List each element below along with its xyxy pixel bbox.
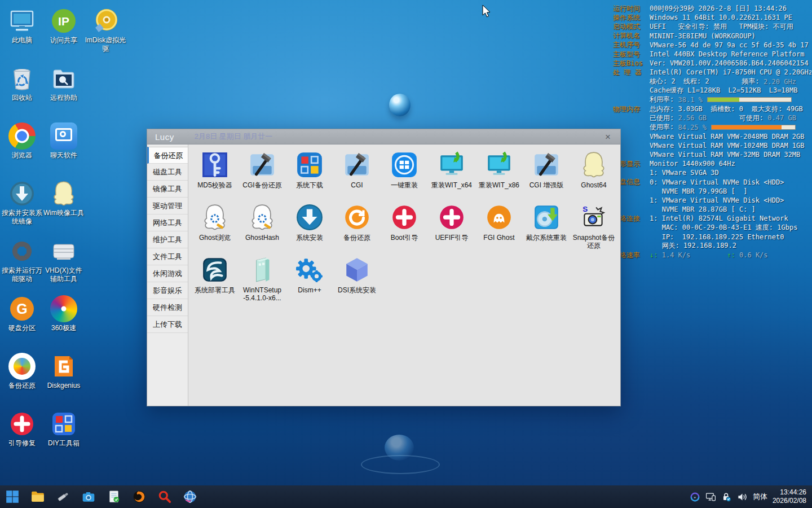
tab-镜像工具[interactable]: 镜像工具 — [147, 181, 188, 198]
desktop-icon-pinwheel-360[interactable]: 360极速 — [43, 291, 85, 349]
notepad-button[interactable] — [107, 489, 121, 504]
app-item-dism-gears[interactable]: Dism++ — [286, 254, 333, 306]
tab-影音娱乐[interactable]: 影音娱乐 — [147, 282, 188, 299]
tab-维护工具[interactable]: 维护工具 — [147, 231, 188, 248]
info-line: 主板型号Intel 440BX Desktop Reference Platfo… — [613, 50, 811, 59]
app-item-onekey-reinstall[interactable]: 一键重装 — [381, 149, 428, 202]
app-item-dell-cd[interactable]: 戴尔系统重装 — [523, 202, 570, 254]
info-line: 已使用: 2.56 GB 可使用: 0.47 GB — [613, 113, 811, 122]
desktop-icon-label: 回收站 — [12, 94, 32, 102]
cgi-hammer-icon — [532, 151, 561, 179]
info-value: NVME MBR 28.87GB [ C: ] — [650, 205, 756, 213]
desktop-icon-ip-share[interactable]: IP访问共享 — [43, 3, 85, 61]
app-item-sys-download[interactable]: 系统下载 — [286, 149, 333, 202]
clock[interactable]: 13:44:26 2026/02/08 — [773, 488, 806, 505]
info-value: Monitor 812x508 64Hz — [650, 160, 735, 168]
info-line: 网络速率↓: 1.4 K/s ↑: 0.6 K/s — [613, 251, 811, 260]
language-indicator[interactable]: 简体 — [753, 492, 767, 502]
pe-tool-button[interactable] — [56, 489, 70, 504]
info-value: Cache缓存 L1=128KB L2=512KB L3=18MB — [650, 86, 797, 95]
tab-文件工具[interactable]: 文件工具 — [147, 248, 188, 265]
desktop-icon-vhd-disk[interactable]: VHD(X)文件辅助工具 — [43, 234, 85, 291]
desktop-icon-remote-assist[interactable]: 远程协助 — [43, 61, 85, 119]
tray-volume-icon[interactable] — [737, 492, 748, 502]
app-item-wit-monitor[interactable]: 重装WIT_x86 — [475, 149, 523, 202]
diskgenius-g-icon — [50, 353, 77, 380]
info-value: 0.47 GB — [767, 114, 796, 122]
desktop-icon-boot-repair-plus[interactable]: 引导修复 — [1, 406, 43, 464]
app-item-ghost-gear[interactable]: Ghost浏览 — [191, 202, 239, 254]
desktop-icon-diy-toolbox[interactable]: DIY工具箱 — [43, 406, 85, 464]
info-value: 2.20 GHz — [764, 78, 796, 86]
app-item-install-arrow[interactable]: 系统安装 — [286, 202, 333, 254]
info-line: 主机序号VMware-56 4d de 97 9a cc 5f 6d-35 4b… — [613, 41, 811, 50]
info-value: 利用率: — [650, 95, 678, 104]
tab-备份还原[interactable]: 备份还原 — [147, 147, 188, 164]
network-tool-button[interactable] — [183, 489, 197, 504]
search-button[interactable] — [157, 489, 172, 504]
info-line: 启动模式UEFI 安全引导: 禁用 TPM模块: 不可用 — [613, 22, 811, 31]
desktop-icon-partition-g[interactable]: G硬盘分区 — [1, 291, 43, 349]
tab-网络工具[interactable]: 网络工具 — [147, 214, 188, 231]
app-item-uefi-plus-crimson[interactable]: UEFIF引导 — [428, 202, 475, 254]
info-value — [690, 251, 727, 259]
tab-驱动管理[interactable]: 驱动管理 — [147, 198, 188, 214]
info-line: 运行时间00时09分39秒 2026-2-8 [日] 13:44:26 — [613, 4, 811, 13]
app-item-dsi-cube[interactable]: DSI系统安装 — [333, 254, 381, 306]
app-item-label: Snapshot备份还原 — [570, 234, 617, 249]
desktop-icon-my-computer[interactable]: 此电脑 — [1, 3, 43, 61]
winntsetup-box-icon — [248, 256, 276, 284]
tab-上传下载[interactable]: 上传下载 — [147, 316, 188, 333]
info-line: 计算机名MININT-3E8IEMU (WORKGROUP) — [613, 32, 811, 41]
app-item-ghost-yellow[interactable]: Ghost64 — [570, 149, 617, 202]
desktop-icon-wim-ghost[interactable]: Wim映像工具 — [43, 176, 85, 234]
app-item-backup-orange[interactable]: 备份还原 — [333, 202, 381, 254]
tab-磁盘工具[interactable]: 磁盘工具 — [147, 164, 188, 181]
desktop-icon-chrome-browser[interactable]: 浏览器 — [1, 119, 43, 176]
screenshot-button[interactable] — [81, 489, 96, 504]
info-line: 磁盘信息0: VMware Virtual NVMe Disk <HDD> — [613, 178, 811, 187]
desktop-icon-diskgenius-g[interactable]: Diskgenius — [43, 349, 85, 406]
info-value: VMware-56 4d de 97 9a cc 5f 6d-35 4b 17 … — [650, 41, 811, 49]
file-explorer-button[interactable] — [30, 489, 45, 504]
tab-硬件检测[interactable]: 硬件检测 — [147, 299, 188, 316]
start-button[interactable] — [5, 489, 20, 504]
tray-display-icon[interactable] — [705, 492, 716, 502]
desktop-icon-driver-gear[interactable]: 搜索并运行万能驱动 — [1, 234, 43, 291]
app-item-ghost-gear[interactable]: GhostHash — [239, 202, 286, 254]
download-tool-button[interactable] — [132, 489, 147, 504]
info-label: 主板型号 — [613, 50, 650, 59]
recycle-bin-icon — [8, 65, 36, 92]
app-item-label: 一键重装 — [391, 181, 418, 189]
info-value: Windows 11 64Bit 10.0.22621.1631 PE — [650, 14, 792, 21]
close-icon[interactable]: × — [601, 129, 615, 144]
backup-orange-icon — [343, 203, 371, 231]
install-arrow-icon — [295, 203, 324, 231]
tray-app-icon[interactable]: e — [690, 492, 700, 502]
app-item-cgi-hammer[interactable]: CGI备份还原 — [239, 149, 286, 202]
window-titlebar[interactable]: Lucy 2月8日 星期日 腊月廿一 × — [147, 129, 620, 144]
desktop-icon-search-install-image[interactable]: 搜索并安装系统镜像 — [1, 176, 43, 234]
info-value: Intel(R) Core(TM) i7-8750H CPU @ 2.20GHz — [650, 68, 811, 76]
tab-休闲游戏[interactable]: 休闲游戏 — [147, 265, 188, 282]
app-item-label: Dism++ — [298, 286, 321, 294]
desktop-icon-recycle-bin[interactable]: 回收站 — [1, 61, 43, 119]
desktop-icon-backup-restore-circle[interactable]: 备份还原 — [1, 349, 43, 406]
desktop-icon-imdisk-cd[interactable]: ImDisk虚拟光驱 — [85, 3, 126, 61]
app-item-snapshot-camera[interactable]: SSnapshot备份还原 — [570, 202, 617, 254]
app-item-wit-monitor[interactable]: 重装WIT_x64 — [428, 149, 475, 202]
app-item-md5-key[interactable]: MD5校验器 — [191, 149, 239, 202]
info-line: IP: 192.168.189.225 Ethernet0 — [613, 233, 811, 242]
app-item-cgi-hammer[interactable]: CGI — [333, 149, 381, 202]
app-item-boot-plus-red[interactable]: Boot引导 — [381, 202, 428, 254]
tray-security-icon[interactable] — [721, 492, 732, 502]
progress-bar — [707, 97, 792, 102]
app-item-fgi-ghost-orange[interactable]: FGI Ghost — [475, 202, 523, 254]
dell-cd-icon — [532, 203, 561, 231]
app-item-deploy-swirl[interactable]: 系统部署工具 — [191, 254, 239, 306]
desktop-icon-chat-app[interactable]: 聊天软件 — [43, 119, 85, 176]
snapshot-camera-icon: S — [580, 203, 608, 231]
app-item-cgi-hammer[interactable]: CGI 增强版 — [523, 149, 570, 202]
app-item-winntsetup-box[interactable]: WinNTSetup -5.4.1.0-x6... — [239, 254, 286, 306]
app-item-label: WinNTSetup -5.4.1.0-x6... — [239, 286, 286, 302]
